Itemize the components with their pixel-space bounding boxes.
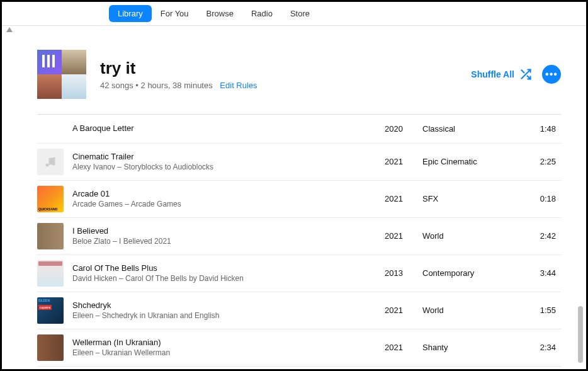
track-row[interactable]: Carol Of The Bells PlusDavid Hicken – Ca… <box>37 255 561 292</box>
track-thumbnail <box>37 334 64 361</box>
nav-radio[interactable]: Radio <box>242 5 281 22</box>
header-actions: Shuffle All ••• <box>471 65 561 84</box>
scroll-up-icon[interactable] <box>6 27 13 37</box>
track-list: A Baroque Letter2020Classical1:48Cinemat… <box>37 115 561 369</box>
nav-browse[interactable]: Browse <box>198 5 242 22</box>
playlist-artwork[interactable] <box>37 50 86 99</box>
track-title: Cinematic Trailer <box>72 152 378 163</box>
track-thumbnail <box>37 223 64 249</box>
track-title: Carol Of The Bells Plus <box>72 263 378 274</box>
content-area: try it 42 songs • 2 hours, 38 minutes Ed… <box>2 26 586 369</box>
shuffle-icon <box>519 68 532 81</box>
track-subtitle: Eileen – Ukranian Wellerman <box>72 348 378 358</box>
track-title: Shchedryk <box>72 300 378 311</box>
track-thumbnail <box>37 260 64 287</box>
track-info: I BelievedBeloe Zlato – I Believed 2021 <box>72 226 385 246</box>
track-duration: 2:42 <box>529 231 561 241</box>
track-genre: Contemporary <box>422 268 529 278</box>
track-subtitle: David Hicken – Carol Of The Bells by Dav… <box>72 274 378 284</box>
track-row[interactable]: Arcade 01Arcade Games – Arcade Games2021… <box>37 181 561 218</box>
playlist-header: try it 42 songs • 2 hours, 38 minutes Ed… <box>37 50 561 99</box>
track-title: A Baroque Letter <box>72 123 378 134</box>
track-year: 2021 <box>385 231 422 241</box>
track-duration: 1:48 <box>529 124 561 134</box>
track-thumbnail <box>37 149 64 175</box>
playlist-title: try it <box>100 59 471 78</box>
ellipsis-icon: ••• <box>545 69 558 80</box>
track-genre: World <box>422 231 529 241</box>
nav-store[interactable]: Store <box>281 5 319 22</box>
track-genre: Epic Cinematic <box>422 157 529 166</box>
track-title: I Believed <box>72 226 378 237</box>
more-options-button[interactable]: ••• <box>542 65 561 84</box>
nav-for-you[interactable]: For You <box>152 5 198 22</box>
top-nav: Library For You Browse Radio Store <box>2 2 586 26</box>
track-title: Wellerman (In Ukranian) <box>72 338 378 348</box>
playlist-info: try it 42 songs • 2 hours, 38 minutes Ed… <box>100 59 471 90</box>
track-duration: 2:34 <box>529 343 561 352</box>
track-thumbnail <box>37 297 64 324</box>
track-info: ShchedrykEileen – Shchedryk in Ukranian … <box>72 300 385 321</box>
track-info: Cinematic TrailerAlexy Ivanov – Storyblo… <box>72 152 385 172</box>
track-info: Arcade 01Arcade Games – Arcade Games <box>72 189 385 209</box>
edit-rules-link[interactable]: Edit Rules <box>220 81 257 90</box>
nav-library[interactable]: Library <box>109 5 152 22</box>
track-genre: SFX <box>422 194 529 203</box>
music-note-icon <box>44 156 57 168</box>
playlist-meta: 42 songs • 2 hours, 38 minutes Edit Rule… <box>100 81 471 90</box>
shuffle-all-button[interactable]: Shuffle All <box>471 68 532 81</box>
track-info: Wellerman (In Ukranian)Eileen – Ukranian… <box>72 338 385 358</box>
track-duration: 3:44 <box>529 268 561 278</box>
track-subtitle: Eileen – Shchedryk in Ukranian and Engli… <box>72 311 378 321</box>
track-genre: Shanty <box>422 343 529 352</box>
track-year: 2021 <box>385 343 422 352</box>
track-subtitle: Arcade Games – Arcade Games <box>72 200 378 210</box>
track-row[interactable]: Clouds2013Piano4:01 <box>37 367 561 369</box>
track-genre: World <box>422 305 529 315</box>
track-row[interactable]: ShchedrykEileen – Shchedryk in Ukranian … <box>37 292 561 329</box>
track-title: Arcade 01 <box>72 189 378 200</box>
track-duration: 1:55 <box>529 305 561 315</box>
track-year: 2021 <box>385 194 422 203</box>
track-row[interactable]: Cinematic TrailerAlexy Ivanov – Storyblo… <box>37 144 561 181</box>
track-year: 2020 <box>385 124 422 134</box>
track-year: 2021 <box>385 157 422 166</box>
track-info: A Baroque Letter <box>72 123 385 134</box>
track-year: 2021 <box>385 305 422 315</box>
track-duration: 0:18 <box>529 194 561 203</box>
track-genre: Classical <box>422 124 529 134</box>
track-thumbnail <box>37 186 64 212</box>
track-row[interactable]: Wellerman (In Ukranian)Eileen – Ukranian… <box>37 329 561 367</box>
track-subtitle: Beloe Zlato – I Believed 2021 <box>72 237 378 247</box>
track-duration: 2:25 <box>529 157 561 166</box>
track-info: Carol Of The Bells PlusDavid Hicken – Ca… <box>72 263 385 283</box>
track-subtitle: Alexy Ivanov – Storyblocks to Audioblock… <box>72 163 378 173</box>
track-row[interactable]: I BelievedBeloe Zlato – I Believed 20212… <box>37 218 561 255</box>
track-year: 2013 <box>385 268 422 278</box>
track-row[interactable]: A Baroque Letter2020Classical1:48 <box>37 115 561 144</box>
scrollbar-thumb[interactable] <box>578 306 583 363</box>
